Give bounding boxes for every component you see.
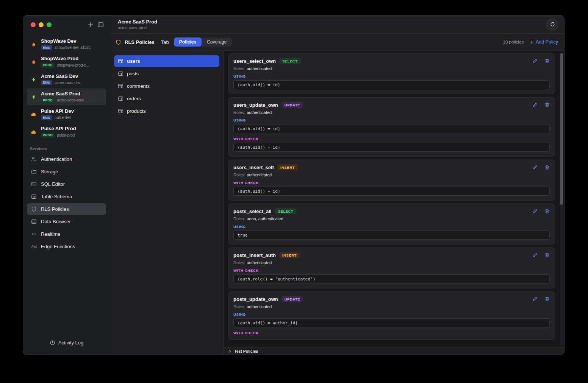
minimize-button[interactable] bbox=[39, 22, 44, 27]
services-list: AuthenticationStorageSQL EditorTable Sch… bbox=[23, 153, 110, 252]
project-item-acme-saas-dev[interactable]: Acme SaaS DevEMUacme-saas-dev bbox=[27, 71, 106, 88]
pencil-icon bbox=[532, 209, 538, 214]
edit-policy-button[interactable] bbox=[532, 165, 538, 170]
edit-policy-button[interactable] bbox=[532, 102, 538, 107]
titlebar: Acme SaaS Prod acme-saas-prod bbox=[110, 16, 564, 34]
sidebar-item-realtime[interactable]: Realtime bbox=[27, 228, 106, 240]
project-slug: shopwave-dev-a1b2c bbox=[55, 45, 91, 50]
policy-clause-label: WITH CHECK bbox=[233, 268, 550, 272]
policy-roles: Roles:anon, authenticated bbox=[233, 216, 550, 221]
project-name: ShopWave Dev bbox=[41, 39, 91, 44]
command-badge: INSERT bbox=[279, 252, 300, 258]
policy-roles: Roles:authenticated bbox=[233, 260, 550, 265]
add-policy-button[interactable]: Add Policy bbox=[530, 39, 558, 45]
env-badge: PROD bbox=[41, 133, 55, 138]
trash-icon bbox=[544, 296, 550, 302]
chevron-right-icon bbox=[228, 349, 232, 353]
policy-name: users_update_own bbox=[233, 102, 278, 108]
policy-card-header: posts_select_allSELECT bbox=[233, 208, 550, 214]
pencil-icon bbox=[532, 58, 538, 64]
project-info: Acme SaaS DevEMUacme-saas-dev bbox=[41, 74, 80, 85]
project-slug: shopwave-prod-x... bbox=[57, 63, 89, 67]
sidebar-item-authentication[interactable]: Authentication bbox=[27, 153, 106, 165]
project-item-shopwave-prod[interactable]: ShopWave ProdPRODshopwave-prod-x... bbox=[27, 53, 106, 70]
tab-policies[interactable]: Policies bbox=[174, 37, 202, 47]
sidebar-header bbox=[23, 16, 110, 34]
project-item-pulse-api-prod[interactable]: Pulse API ProdPRODpulse-prod bbox=[27, 123, 106, 140]
main-area: Acme SaaS Prod acme-saas-prod RLS Polici… bbox=[110, 16, 564, 355]
zoom-button[interactable] bbox=[47, 22, 52, 27]
policy-expression: true bbox=[233, 230, 550, 240]
table-icon bbox=[118, 71, 124, 76]
sidebar-item-rls-policies[interactable]: RLS Policies bbox=[27, 203, 106, 215]
broadcast-icon bbox=[30, 231, 37, 237]
roles-label: Roles: bbox=[233, 110, 245, 115]
sidebar-item-edge-functions[interactable]: f(x)Edge Functions bbox=[27, 241, 106, 252]
tab-coverage[interactable]: Coverage bbox=[202, 37, 232, 47]
sidebar-item-storage[interactable]: Storage bbox=[27, 166, 106, 177]
delete-policy-button[interactable] bbox=[544, 58, 550, 64]
project-meta: PRODacme-saas-prod bbox=[41, 98, 84, 103]
table-item-users[interactable]: users bbox=[114, 55, 219, 67]
policy-name: posts_select_all bbox=[233, 209, 271, 214]
project-slug: pulse-prod bbox=[57, 133, 75, 137]
policy-card-header: users_select_ownSELECT bbox=[233, 58, 550, 64]
env-badge: EMU bbox=[41, 80, 52, 85]
sidebar: ShopWave DevEMUshopwave-dev-a1b2cShopWav… bbox=[23, 16, 110, 355]
services-section-label: Services bbox=[30, 146, 110, 151]
delete-policy-button[interactable] bbox=[544, 252, 550, 258]
project-item-shopwave-dev[interactable]: ShopWave DevEMUshopwave-dev-a1b2c bbox=[27, 36, 106, 53]
flame-icon bbox=[30, 41, 38, 47]
sidebar-item-sql-editor[interactable]: SQL Editor bbox=[27, 178, 106, 190]
delete-policy-button[interactable] bbox=[544, 209, 550, 214]
toolbar: RLS Policies Tab PoliciesCoverage 10 pol… bbox=[110, 34, 564, 51]
roles-value: authenticated bbox=[247, 173, 272, 177]
table-name: posts bbox=[127, 71, 139, 76]
table-item-comments[interactable]: comments bbox=[114, 80, 219, 92]
project-meta: PRODpulse-prod bbox=[41, 133, 76, 138]
project-meta: PRODshopwave-prod-x... bbox=[41, 63, 89, 68]
project-item-acme-saas-prod[interactable]: Acme SaaS ProdPRODacme-saas-prod bbox=[27, 89, 106, 105]
project-item-pulse-api-dev[interactable]: Pulse API DevEMUpulse-dev bbox=[27, 106, 106, 123]
roles-label: Roles: bbox=[233, 66, 245, 71]
delete-policy-button[interactable] bbox=[544, 296, 550, 302]
activity-log-button[interactable]: Activity Log bbox=[23, 333, 110, 355]
sidebar-item-data-browser[interactable]: Data Browser bbox=[27, 216, 106, 227]
test-policies-bar[interactable]: Test Policies bbox=[224, 347, 564, 355]
policy-name: users_select_own bbox=[233, 58, 276, 64]
table-item-products[interactable]: products bbox=[114, 105, 219, 117]
policy-roles: Roles:authenticated bbox=[233, 110, 550, 115]
sidebar-item-table-schema[interactable]: Table Schema bbox=[27, 191, 106, 202]
project-title-block: Acme SaaS Prod acme-saas-prod bbox=[118, 19, 157, 30]
roles-label: Roles: bbox=[233, 216, 245, 221]
content: userspostscommentsordersproducts users_s… bbox=[110, 51, 564, 355]
edit-policy-button[interactable] bbox=[532, 209, 538, 214]
scrollbar-thumb[interactable] bbox=[560, 53, 563, 205]
policy-expression: (auth.uid() = id) bbox=[233, 124, 550, 133]
table-item-posts[interactable]: posts bbox=[114, 68, 219, 79]
policy-name: users_insert_self bbox=[233, 165, 274, 170]
table-item-orders[interactable]: orders bbox=[114, 93, 219, 104]
policy-roles: Roles:authenticated bbox=[233, 66, 550, 71]
policies-list: users_select_ownSELECTRoles:authenticate… bbox=[228, 51, 555, 347]
roles-value: authenticated bbox=[247, 110, 272, 115]
sidebar-panel-icon bbox=[97, 22, 104, 28]
window-controls bbox=[31, 22, 52, 27]
project-info: ShopWave DevEMUshopwave-dev-a1b2c bbox=[41, 39, 91, 50]
add-project-button[interactable] bbox=[86, 20, 95, 30]
trash-icon bbox=[544, 58, 550, 64]
env-badge: EMU bbox=[41, 45, 52, 50]
edit-policy-button[interactable] bbox=[532, 58, 538, 64]
edit-policy-button[interactable] bbox=[532, 252, 538, 258]
policy-count: 10 policies bbox=[503, 40, 524, 44]
toggle-sidebar-button[interactable] bbox=[95, 20, 105, 30]
projects-list: ShopWave DevEMUshopwave-dev-a1b2cShopWav… bbox=[23, 34, 110, 140]
close-button[interactable] bbox=[31, 22, 36, 27]
delete-policy-button[interactable] bbox=[544, 165, 550, 170]
edit-policy-button[interactable] bbox=[532, 296, 538, 302]
scrollbar-track bbox=[560, 53, 563, 345]
env-badge: PROD bbox=[41, 98, 55, 103]
delete-policy-button[interactable] bbox=[544, 102, 550, 107]
policy-card: posts_update_ownUPDATERoles:authenticate… bbox=[228, 291, 555, 340]
refresh-button[interactable] bbox=[546, 18, 559, 31]
